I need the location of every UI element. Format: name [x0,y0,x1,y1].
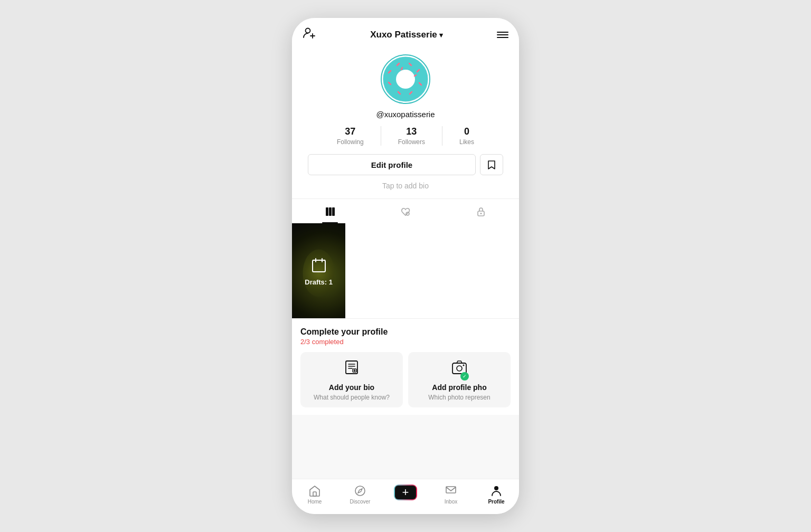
svg-point-36 [463,365,465,366]
edit-profile-button[interactable]: Edit profile [308,154,476,175]
svg-rect-19 [332,207,335,216]
complete-profile-progress: 2/3 completed [300,338,511,346]
followers-stat[interactable]: 13 Followers [381,126,442,146]
video-grid: Drafts: 1 [292,223,519,318]
draft-video-thumb[interactable]: Drafts: 1 [292,223,345,318]
tab-liked[interactable] [367,199,443,223]
bio-placeholder[interactable]: Tap to add bio [382,182,429,190]
svg-point-39 [494,486,498,490]
profile-title[interactable]: Xuxo Patisserie ▾ [370,30,443,40]
add-photo-desc: Which photo represen [428,394,490,401]
profile-section: @xuxopatisserie 37 Following 13 Follower… [292,49,519,198]
nav-create[interactable]: + [383,483,428,506]
tabs-row [292,199,519,223]
chevron-down-icon: ▾ [439,31,443,39]
stats-row: 37 Following 13 Followers 0 Likes [303,126,508,146]
nav-inbox[interactable]: Inbox [428,483,474,506]
svg-point-0 [306,28,310,33]
svg-rect-37 [313,492,316,496]
svg-point-22 [480,213,482,214]
draft-overlay: Drafts: 1 [292,223,345,318]
nav-home[interactable]: Home [292,483,337,506]
avatar[interactable] [380,54,431,104]
likes-stat[interactable]: 0 Likes [442,126,491,146]
svg-rect-18 [329,207,332,216]
add-photo-card[interactable]: ✓ Add profile pho Which photo represen [408,352,511,407]
svg-point-35 [457,366,462,371]
menu-button[interactable] [497,32,508,38]
nav-inbox-label: Inbox [445,499,457,505]
bio-icon [344,359,360,379]
svg-rect-17 [326,207,328,216]
bookmark-button[interactable] [480,154,503,175]
phone-frame: Xuxo Patisserie ▾ [292,18,519,514]
tab-private[interactable] [444,199,519,223]
complete-profile-cards: Add your bio What should people know? ✓ … [300,352,511,407]
bottom-nav: Home Discover + Inbox [292,479,519,514]
svg-point-38 [355,486,365,496]
nav-home-label: Home [308,499,322,505]
content-area[interactable]: Drafts: 1 Complete your profile 2/3 comp… [292,223,519,479]
tab-videos[interactable] [292,199,367,223]
username-label: @xuxopatisserie [376,110,435,119]
nav-profile-label: Profile [488,499,504,505]
add-user-button[interactable] [303,26,316,43]
add-photo-title: Add profile pho [432,383,486,392]
action-buttons: Edit profile [303,154,508,175]
nav-profile[interactable]: Profile [474,483,519,506]
check-badge: ✓ [460,372,469,381]
svg-line-15 [414,75,416,76]
svg-point-5 [396,70,415,89]
complete-profile-title: Complete your profile [300,327,511,337]
photo-icon: ✓ [451,359,467,379]
add-bio-title: Add your bio [329,383,374,392]
svg-rect-23 [313,260,325,272]
add-bio-card[interactable]: Add your bio What should people know? [300,352,403,407]
nav-discover[interactable]: Discover [337,483,383,506]
draft-label: Drafts: 1 [305,278,333,286]
nav-discover-label: Discover [350,499,371,505]
header: Xuxo Patisserie ▾ [292,18,519,49]
following-stat[interactable]: 37 Following [320,126,381,146]
complete-profile-section: Complete your profile 2/3 completed [292,318,519,415]
add-bio-desc: What should people know? [314,394,390,401]
